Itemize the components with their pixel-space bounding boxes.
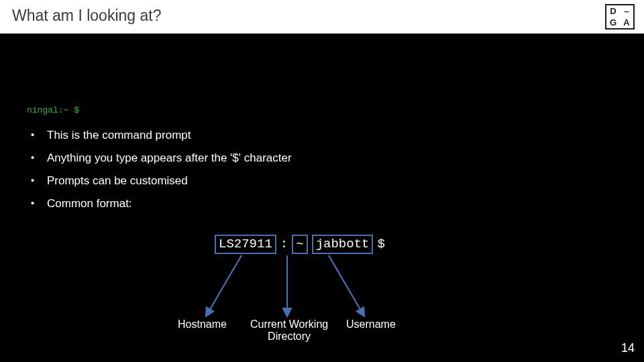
svg-line-1 (207, 255, 241, 315)
label-cwd-line1: Current Working (250, 318, 328, 330)
logo-tr: – (620, 5, 633, 17)
prompt-demo-text: ningal:~ $ (27, 105, 79, 115)
bullet-item: Anything you type appears after the '$' … (30, 152, 292, 165)
logo: D – G A (605, 4, 635, 29)
logo-br: A (620, 17, 633, 28)
dollar: $ (377, 237, 384, 251)
colon: : (280, 237, 288, 251)
logo-bl: G (606, 17, 620, 28)
slide-title: What am I looking at? (12, 7, 632, 25)
logo-tl: D (606, 5, 620, 17)
bullet-item: Prompts can be customised (30, 174, 292, 188)
label-cwd: Current Working Directory (250, 318, 328, 343)
page-number: 14 (621, 341, 635, 355)
slide-body: ningal:~ $ This is the command prompt An… (0, 34, 644, 362)
arrows-diagram (174, 251, 443, 322)
label-hostname: Hostname (178, 318, 227, 330)
bullet-item: Common format: (30, 197, 292, 210)
bullet-item: This is the command prompt (30, 129, 292, 142)
bullet-list: This is the command prompt Anything you … (30, 129, 292, 220)
label-cwd-line2: Directory (268, 330, 311, 342)
svg-line-3 (329, 255, 364, 315)
label-username: Username (346, 318, 396, 330)
title-bar: What am I looking at? D – G A (0, 0, 644, 34)
